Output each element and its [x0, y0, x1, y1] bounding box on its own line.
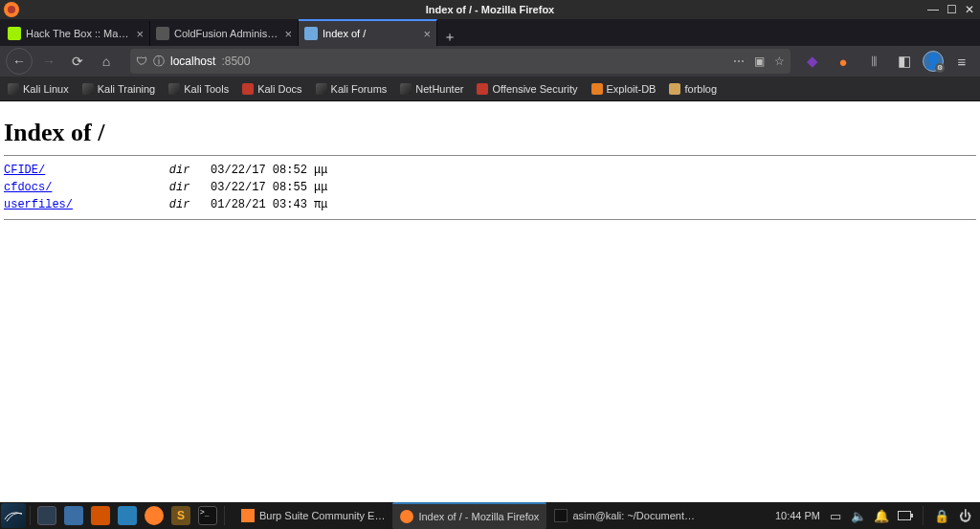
bookmark-offsec[interactable]: Offensive Security — [477, 83, 577, 95]
close-icon[interactable]: × — [136, 28, 144, 40]
cube-icon — [8, 27, 21, 40]
firefox-icon — [400, 510, 413, 523]
newtab-button[interactable]: ＋ — [437, 29, 462, 46]
task-label: Burp Suite Community E… — [259, 510, 385, 521]
clock[interactable]: 10:44 PM — [775, 510, 820, 521]
minimize-button[interactable]: — — [927, 3, 939, 16]
battery-icon[interactable] — [897, 508, 912, 523]
tab-label: Index of / — [323, 28, 417, 39]
firefox-launcher[interactable] — [142, 503, 167, 528]
dragon-icon — [168, 83, 180, 95]
task-terminal[interactable]: asim@kali: ~/Document… — [546, 503, 702, 528]
url-host: localhost — [170, 55, 215, 68]
bookmark-forblog[interactable]: forblog — [669, 83, 717, 95]
appmenu-button[interactable]: ≡ — [949, 49, 974, 74]
listing-row: cfdocs/ dir 03/22/17 08:55 μμ — [4, 179, 976, 196]
tab-coldfusion[interactable]: ColdFusion Administrato… × — [150, 21, 299, 46]
listing-row: userfiles/ dir 01/28/21 03:43 πμ — [4, 196, 976, 213]
bookmark-kali-docs[interactable]: Kali Docs — [242, 83, 301, 95]
bookmark-kali-training[interactable]: Kali Training — [82, 83, 156, 95]
sublime-launcher[interactable]: S — [168, 503, 193, 528]
divider — [4, 155, 976, 156]
notifications-icon[interactable]: 🔔 — [874, 508, 889, 523]
account-icon[interactable]: 👤⚙ — [923, 51, 944, 72]
volume-icon[interactable]: 🔈 — [851, 508, 866, 523]
extension-icon[interactable]: ◆ — [800, 49, 825, 74]
page-content: Index of / CFIDE/ dir 03/22/17 08:52 μμc… — [0, 101, 980, 230]
divider — [4, 219, 976, 220]
power-icon[interactable]: ⏻ — [957, 508, 972, 523]
bookmark-label: forblog — [684, 83, 717, 95]
task-items: Burp Suite Community E… Index of / - Moz… — [234, 502, 702, 529]
directory-link[interactable]: CFIDE/ — [4, 164, 45, 177]
lock-icon[interactable]: 🔒 — [934, 508, 949, 523]
bookmark-label: Kali Training — [98, 83, 156, 95]
maximize-button[interactable]: ☐ — [947, 3, 957, 16]
book-icon — [242, 83, 254, 95]
task-firefox[interactable]: Index of / - Mozilla Firefox — [392, 502, 546, 529]
task-burp[interactable]: Burp Suite Community E… — [234, 503, 392, 528]
trident-icon — [477, 83, 488, 95]
bookmark-label: Kali Docs — [257, 83, 301, 95]
globe-icon — [304, 27, 318, 40]
tab-bar: Hack The Box :: Machines × ColdFusion Ad… — [0, 19, 980, 46]
bookmark-kali-forums[interactable]: Kali Forums — [316, 83, 388, 95]
close-button[interactable]: ✕ — [965, 3, 974, 16]
workspace-icon[interactable]: ▭ — [828, 508, 843, 523]
url-bar[interactable]: 🛡 ⓘ localhost:8500 ⋯ ▣ ☆ — [130, 49, 791, 74]
launcher-tool-1[interactable] — [88, 503, 113, 528]
site-info-icon[interactable]: ⓘ — [153, 54, 165, 70]
page-actions-icon[interactable]: ⋯ — [733, 55, 745, 68]
dragon-icon — [316, 83, 327, 95]
forward-button[interactable]: → — [36, 49, 61, 74]
separator — [224, 506, 225, 525]
reader-icon[interactable]: ▣ — [754, 55, 765, 68]
bookmark-label: Exploit-DB — [607, 83, 657, 95]
entry-date: 01/28/21 03:43 πμ — [211, 198, 327, 211]
bookmark-label: Kali Forums — [331, 83, 388, 95]
dragon-icon — [8, 83, 19, 95]
extension-icon[interactable]: ● — [831, 49, 856, 74]
entry-type: dir — [169, 164, 190, 177]
appmenu-icon[interactable] — [1, 503, 26, 528]
launcher-tool-2[interactable] — [115, 503, 140, 528]
entry-type: dir — [169, 181, 190, 194]
terminal-launcher[interactable]: >_ — [195, 503, 220, 528]
tracking-shield-icon[interactable]: 🛡 — [136, 55, 147, 68]
bookmark-kali-tools[interactable]: Kali Tools — [168, 83, 229, 95]
firefox-icon — [4, 2, 19, 17]
listing-row: CFIDE/ dir 03/22/17 08:52 μμ — [4, 162, 976, 179]
directory-link[interactable]: cfdocs/ — [4, 181, 52, 194]
bookmark-label: Offensive Security — [492, 83, 577, 95]
separator — [923, 506, 924, 525]
close-icon[interactable]: × — [423, 28, 431, 40]
reload-button[interactable]: ⟳ — [65, 49, 90, 74]
entry-date: 03/22/17 08:52 μμ — [211, 164, 327, 177]
sidebar-icon[interactable]: ◧ — [892, 49, 917, 74]
dragon-icon — [82, 83, 94, 95]
bookmark-kali-linux[interactable]: Kali Linux — [8, 83, 69, 95]
bookmarks-bar: Kali Linux Kali Training Kali Tools Kali… — [0, 77, 980, 101]
bookmark-exploitdb[interactable]: Exploit-DB — [591, 83, 657, 95]
tab-label: ColdFusion Administrato… — [174, 28, 278, 39]
bookmark-nethunter[interactable]: NetHunter — [400, 83, 463, 95]
tab-hackthebox[interactable]: Hack The Box :: Machines × — [2, 21, 150, 46]
tab-indexof[interactable]: Index of / × — [299, 19, 437, 46]
home-button[interactable]: ⌂ — [94, 49, 119, 74]
system-tray: 10:44 PM ▭ 🔈 🔔 🔒 ⏻ — [775, 506, 980, 525]
filemanager-button[interactable] — [61, 503, 86, 528]
dragon-icon — [400, 83, 412, 95]
spider-icon — [591, 83, 603, 95]
bookmark-label: NetHunter — [415, 83, 463, 95]
entry-date: 03/22/17 08:55 μμ — [211, 181, 327, 194]
url-port: :8500 — [221, 55, 250, 68]
burp-icon — [241, 509, 255, 522]
back-button[interactable]: ← — [6, 48, 33, 75]
terminal-icon — [554, 509, 568, 522]
close-icon[interactable]: × — [284, 28, 292, 40]
show-desktop-button[interactable] — [34, 503, 59, 528]
bookmark-star-icon[interactable]: ☆ — [774, 55, 785, 68]
tab-label: Hack The Box :: Machines — [26, 28, 130, 39]
directory-link[interactable]: userfiles/ — [4, 198, 73, 211]
library-icon[interactable]: ⫴ — [861, 49, 886, 74]
